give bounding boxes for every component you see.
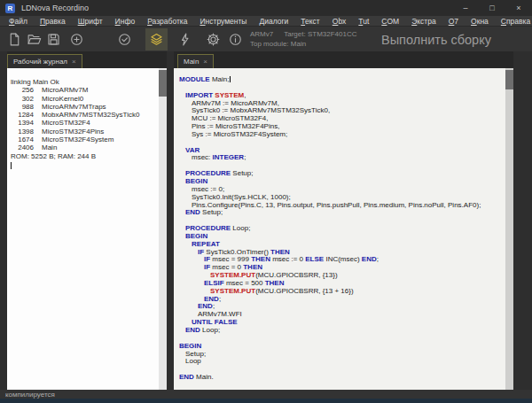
menu-item-info[interactable]: Инфо [115,17,136,26]
menu-item-com[interactable]: COM [381,17,399,26]
menu-item-text[interactable]: Текст [301,17,319,26]
log-entry-name: MicroSTM32F4System [42,136,113,143]
editor-tab-strip: Main × [174,51,513,68]
log-entry-size: 1394 [7,119,34,127]
new-file-icon[interactable] [7,32,22,47]
log-entry-size: 1398 [7,128,34,136]
code-keyword: INTEGER [213,153,245,161]
maximize-button[interactable]: □ [479,0,505,16]
code-keyword: THEN [265,279,285,287]
editor-scrollbar[interactable] [505,68,513,390]
code-text: msec = 500 [224,279,265,287]
window-controls: – □ × [452,0,532,16]
code-text: msec := 0; [192,185,224,193]
code-text: Pins := MicroSTM32F4Pins, [192,122,279,130]
log-entry: 1394MicroSTM32F4 [7,119,159,127]
code-keyword: REPEAT [192,240,220,248]
code-line: PROCEDURE Setup; [174,170,505,178]
menu-item-file[interactable]: Файл [9,17,27,26]
menu-item-tools[interactable]: Инструменты [200,17,246,26]
code-line: END Loop; [174,327,505,335]
code-keyword: UNTIL [192,318,213,326]
log-entry: 256MicroARMv7M [7,86,159,94]
info-icon[interactable] [228,32,243,47]
code-line: MODULE Main; [174,76,505,84]
code-text: INC(msec) [324,255,362,263]
menu-item-windows[interactable]: Окна [471,17,489,26]
code-line: BEGIN [174,233,505,241]
tab-main-label: Main [184,58,199,66]
bottom-strip [0,399,532,403]
editor-scrollbar-thumb[interactable] [505,70,513,89]
minimize-button[interactable]: – [452,0,479,16]
code-keyword: IMPORT [185,91,213,99]
code-line: END; [174,296,505,304]
code-editor[interactable]: MODULE Main; IMPORT SYSTEM,ARMv7M := Mic… [174,68,505,390]
code-system-call: SYSTEM.PUT [210,271,255,279]
toolbar: ARMv7 Target: STM32F401CC Top module: Ma… [0,26,532,51]
log-entry-size: 1284 [7,111,34,119]
code-text: MCU := MicroSTM32F4, [192,114,268,122]
code-text: ; [244,153,246,161]
log-scrollbar-thumb[interactable] [159,70,167,97]
close-icon[interactable]: × [203,58,207,66]
code-text: msec := 0 [270,255,305,263]
open-folder-icon[interactable] [27,32,42,47]
panel-splitter[interactable] [167,51,174,390]
menu-item-edit[interactable]: Правка [40,17,66,26]
code-text: Setup; [231,169,253,177]
target-info: ARMv7 Target: STM32F401CC Top module: Ma… [250,29,357,49]
top-module-label: Top module: Main [250,40,306,48]
check-circle-icon[interactable] [117,32,132,47]
code-text: msec: [192,153,213,161]
code-keyword: END [185,326,200,334]
menu-item-tut[interactable]: Tut [358,17,369,26]
code-line: UNTIL FALSE [174,319,505,327]
flash-icon[interactable] [177,32,192,47]
layers-icon[interactable] [145,28,168,50]
menu-item-help[interactable]: Справка [501,17,530,26]
log-entry-name: MicroKernel0 [42,95,83,103]
close-button[interactable]: × [505,0,532,16]
code-keyword: END [179,373,194,381]
code-text: ARMv7M := MicroARMv7M, [192,99,279,107]
log-line: linking Main Ok [7,78,159,86]
window-title: LDNova Recordino [21,4,89,12]
log-entry-size: 256 [7,86,34,94]
menu-item-obx[interactable]: Obx [332,17,347,26]
target-label: Target: STM32F401CC [284,29,356,39]
code-text: SysTick0.OnTimer() [204,248,270,256]
gear-icon[interactable] [206,32,221,47]
close-icon[interactable]: × [72,58,76,66]
code-line: Pins.Configure(Pins.C, 13, Pins.output, … [174,202,505,210]
menu-item-dialogs[interactable]: Диалоги [259,17,288,26]
code-keyword: END [204,295,219,303]
code-line: BEGIN [174,343,505,351]
log-entry-name: MicroSTM32F4 [42,119,90,127]
log-output[interactable]: linking Main Ok256MicroARMv7M302MicroKer… [7,68,159,390]
tab-main[interactable]: Main × [177,54,214,68]
code-line [174,335,505,343]
code-keyword: BEGIN [179,342,201,350]
menu-item-o7[interactable]: O7 [449,17,458,26]
code-text: (MCU.GPIOCBSRR, {13}) [255,271,337,279]
menu-item-font[interactable]: Шрифт [78,17,103,26]
code-text: (MCU.GPIOCBSRR, {13 + 16}) [255,287,353,295]
code-keyword: END [198,302,213,310]
code-text: Main. [194,373,214,381]
code-keyword: END [185,208,200,216]
add-circle-icon[interactable] [69,32,84,47]
tab-work-log[interactable]: Рабочий журнал × [7,54,82,68]
code-keyword: ELSIF [204,279,224,287]
log-scrollbar[interactable] [159,68,167,390]
code-keyword: FALSE [215,318,238,326]
log-entry: 1398MicroSTM32F4Pins [7,128,159,136]
menu-item-extra[interactable]: Экстра [411,17,436,26]
code-keyword: BEGIN [185,177,207,185]
build-button[interactable]: Выполнить сборку [381,33,491,47]
log-entry: 302MicroKernel0 [7,95,159,103]
menu-item-development[interactable]: Разработка [147,17,187,26]
code-line: Sys := MicroSTM32F4System; [174,131,505,139]
save-icon[interactable] [46,32,61,47]
code-line: END Setup; [174,209,505,217]
